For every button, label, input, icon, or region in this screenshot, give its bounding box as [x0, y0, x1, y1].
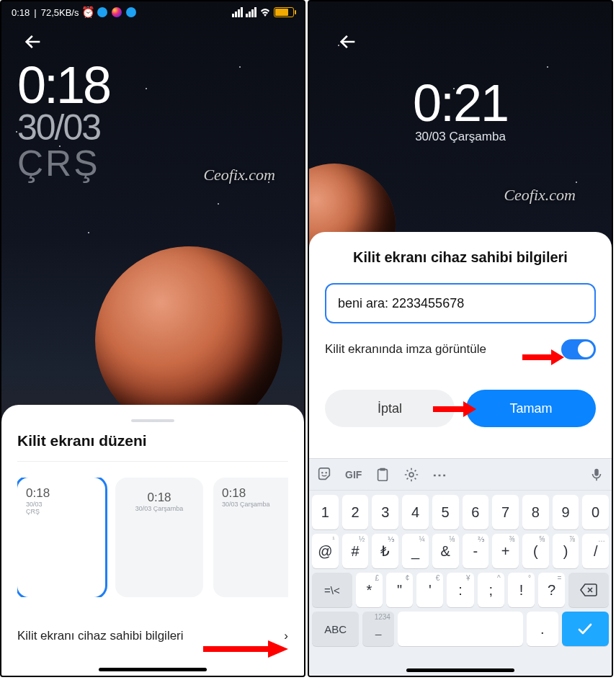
key-at[interactable]: @¹ [312, 534, 339, 568]
svg-point-7 [326, 472, 327, 473]
layout-option-2[interactable]: 0:18 30/03 Çarşamba [115, 478, 203, 597]
sheet-handle[interactable] [131, 419, 174, 422]
watermark-text: Ceofix.com [203, 166, 275, 184]
svg-point-10 [409, 473, 414, 477]
clock-time: 0:18 [17, 59, 110, 111]
lockscreen-clock: 0:21 30/03 Çarşamba [309, 73, 612, 144]
gesture-bar [406, 668, 514, 672]
chevron-right-icon: › [284, 629, 288, 643]
key-plus[interactable]: +⅜ [492, 534, 519, 568]
cancel-button[interactable]: İptal [325, 390, 455, 427]
key-3[interactable]: 3 [372, 495, 398, 529]
sheet-title: Kilit ekranı düzeni [17, 432, 288, 462]
check-icon [576, 622, 594, 636]
svg-point-6 [321, 472, 323, 473]
key-scolon[interactable]: ;^ [478, 573, 504, 607]
owner-info-row[interactable]: Kilit ekranı cihaz sahibi bilgileri › [17, 629, 288, 643]
owner-info-input[interactable] [325, 283, 596, 323]
key-abc[interactable]: ABC [312, 612, 359, 646]
status-speed: 72,5KB/s [41, 7, 79, 18]
key-slash[interactable]: /… [582, 534, 609, 568]
svg-rect-11 [594, 468, 599, 475]
key-star[interactable]: *£ [356, 573, 383, 607]
alarm-icon: ⏰ [83, 7, 93, 17]
key-6[interactable]: 6 [463, 495, 489, 529]
lockscreen-clock: 0:18 30/03 ÇRŞ [17, 59, 110, 184]
keyboard-row-3: =\< *£ "¢ '€ :¥ ;^ !° ?= [312, 573, 609, 607]
key-7[interactable]: 7 [492, 495, 519, 529]
clipboard-icon[interactable] [375, 467, 390, 483]
phone-screenshot-right: Ceofix.com 0:21 30/03 Çarşamba Kilit ekr… [308, 0, 613, 677]
battery-icon [274, 7, 294, 17]
layout-option-1[interactable]: 0:18 30/03 ÇRŞ [17, 478, 105, 597]
status-time: 0:18 [12, 7, 30, 18]
key-period[interactable]: . [527, 612, 558, 646]
key-lparen[interactable]: (⅝ [522, 534, 549, 568]
key-hash[interactable]: #½ [342, 534, 369, 568]
key-underscore2[interactable]: _1234 [362, 612, 394, 646]
clock-weekday: ÇRŞ [17, 143, 110, 184]
backspace-icon [579, 583, 598, 597]
status-bar: 0:18 | 72,5KB/s ⏰ [1, 1, 304, 23]
keyboard-row-2: @¹ #½ ₺⅓ _¼ &⅛ -⅔ +⅜ (⅝ )⅞ /… [312, 534, 609, 568]
layout-options-row: 0:18 30/03 ÇRŞ 0:18 30/03 Çarşamba 0:18 … [17, 478, 288, 597]
keyboard-row-1: 1 2 3 4 5 6 7 8 9 0 [312, 495, 609, 529]
phone-screenshot-left: Ceofix.com 0:18 | 72,5KB/s ⏰ 0:18 [0, 0, 305, 677]
mic-icon[interactable] [589, 467, 604, 483]
key-under[interactable]: _¼ [402, 534, 429, 568]
key-amp[interactable]: &⅛ [432, 534, 459, 568]
key-symbols-shift[interactable]: =\< [312, 573, 352, 607]
key-2[interactable]: 2 [342, 495, 369, 529]
wifi-icon [259, 8, 271, 17]
keyboard-row-4: ABC _1234 . [312, 612, 609, 646]
clock-time: 0:21 [309, 73, 612, 133]
key-tl[interactable]: ₺⅓ [372, 534, 398, 568]
key-excl[interactable]: !° [508, 573, 535, 607]
twitter-icon-2 [126, 7, 136, 17]
key-8[interactable]: 8 [522, 495, 549, 529]
gear-icon[interactable] [403, 467, 419, 483]
key-dquote[interactable]: "¢ [386, 573, 413, 607]
key-backspace[interactable] [568, 573, 609, 607]
show-signature-toggle[interactable] [561, 339, 596, 359]
signal-icon-2 [246, 7, 256, 17]
key-0[interactable]: 0 [582, 495, 609, 529]
layout-bottom-sheet: Kilit ekranı düzeni 0:18 30/03 ÇRŞ 0:18 … [1, 405, 304, 676]
key-rparen[interactable]: )⅞ [553, 534, 579, 568]
gif-button[interactable]: GIF [345, 469, 362, 480]
more-icon[interactable]: ⋯ [432, 466, 447, 483]
svg-rect-9 [380, 468, 385, 470]
back-button[interactable] [338, 32, 358, 55]
key-enter[interactable] [562, 612, 609, 646]
key-4[interactable]: 4 [402, 495, 429, 529]
clock configura-date: 30/03 Çarşamba [309, 130, 612, 144]
owner-info-label: Kilit ekranı cihaz sahibi bilgileri [17, 629, 184, 643]
soft-keyboard: GIF ⋯ 1 2 3 4 5 6 7 8 [309, 458, 612, 676]
key-9[interactable]: 9 [553, 495, 579, 529]
svg-rect-8 [378, 469, 388, 480]
instagram-icon [112, 7, 122, 17]
sticker-icon[interactable] [316, 467, 332, 483]
key-1[interactable]: 1 [312, 495, 339, 529]
back-button[interactable] [23, 32, 43, 55]
key-space[interactable] [398, 612, 523, 646]
sheet-title: Kilit ekranı cihaz sahibi bilgileri [325, 249, 596, 266]
twitter-icon [97, 7, 107, 17]
signal-icon [232, 7, 243, 17]
key-quest[interactable]: ?= [538, 573, 565, 607]
layout-option-3[interactable]: 0:18 30/03 Çarşamba [213, 478, 288, 597]
ok-button[interactable]: Tamam [466, 390, 596, 427]
switch-label: Kilit ekranında imza görüntüle [325, 342, 486, 357]
watermark-text: Ceofix.com [504, 186, 576, 205]
keyboard-toolbar: GIF ⋯ [309, 459, 612, 491]
gesture-bar [99, 668, 207, 671]
key-5[interactable]: 5 [432, 495, 459, 529]
key-squote[interactable]: '€ [416, 573, 443, 607]
key-colon[interactable]: :¥ [447, 573, 473, 607]
key-minus[interactable]: -⅔ [463, 534, 489, 568]
